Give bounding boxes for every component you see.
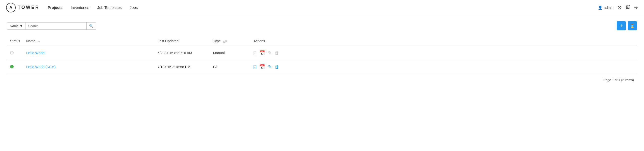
row2-download-icon[interactable]: ⍗ <box>254 64 256 70</box>
row2-delete-icon[interactable]: 🗑 <box>275 64 279 70</box>
row2-status <box>7 60 23 74</box>
row2-schedule-icon[interactable]: 📅 <box>259 64 265 70</box>
type-sort-icon: △▽ <box>223 40 227 43</box>
col-header-name[interactable]: Name ▲ <box>23 36 155 46</box>
projects-table: Status Name ▲ Last Updated Type △▽ Actio <box>7 36 637 74</box>
nav-user: 👤 admin <box>598 6 613 10</box>
main-content: Name ▼ 🔍 + ⌛ Status Name <box>0 15 644 88</box>
filter-label: Name <box>10 24 19 28</box>
monitor-icon[interactable]: 🖼 <box>626 5 630 10</box>
table-row: Hello World! 6/29/2015 8:21:10 AM Manual… <box>7 46 637 60</box>
pagination-text: Page 1 of 1 (2 items) <box>603 78 634 82</box>
row1-download-icon: ⍗ <box>254 50 256 56</box>
row1-name: Hello World! <box>23 46 155 60</box>
nav-links: Projects Inventories Job Templates Jobs <box>48 5 598 10</box>
user-icon: 👤 <box>598 6 602 10</box>
row2-name-link[interactable]: Hello World (SCM) <box>26 65 56 69</box>
col-header-actions: Actions <box>251 36 637 46</box>
refresh-icon: ⌛ <box>630 24 635 28</box>
row2-name: Hello World (SCM) <box>23 60 155 74</box>
col-header-type[interactable]: Type △▽ <box>210 36 251 46</box>
row1-delete-icon: 🗑 <box>275 50 279 56</box>
brand: A TOWER <box>6 3 40 12</box>
row1-updated: 6/29/2015 8:21:10 AM <box>155 46 210 60</box>
status-dot-empty <box>10 51 14 54</box>
brand-logo: A <box>6 3 16 12</box>
table-container: Status Name ▲ Last Updated Type △▽ Actio <box>7 36 637 74</box>
col-header-updated: Last Updated <box>155 36 210 46</box>
nav-projects[interactable]: Projects <box>48 5 63 10</box>
row2-type: Git <box>210 60 251 74</box>
row1-actions: ⍗ 📅 ✎ 🗑 <box>251 46 637 60</box>
refresh-button[interactable]: ⌛ <box>628 21 637 30</box>
search-filter-button[interactable]: Name ▼ <box>7 23 26 29</box>
brand-name: TOWER <box>18 5 40 10</box>
name-sort-icon: ▲ <box>38 40 40 43</box>
row1-type: Manual <box>210 46 251 60</box>
row1-schedule-icon: 📅 <box>259 50 265 56</box>
toolbar: Name ▼ 🔍 + ⌛ <box>7 21 637 30</box>
row1-status <box>7 46 23 60</box>
brand-letter: A <box>9 5 12 10</box>
nav-jobs[interactable]: Jobs <box>130 5 138 10</box>
col-header-status: Status <box>7 36 23 46</box>
chevron-down-icon: ▼ <box>20 24 23 28</box>
username: admin <box>604 6 613 10</box>
nav-job-templates[interactable]: Job Templates <box>97 5 121 10</box>
row1-name-link[interactable]: Hello World! <box>26 51 45 55</box>
nav-inventories[interactable]: Inventories <box>71 5 89 10</box>
nav-right: 👤 admin ⚒ 🖼 ➔ <box>598 5 638 10</box>
search-icon: 🔍 <box>89 24 93 28</box>
pagination: Page 1 of 1 (2 items) <box>7 74 637 82</box>
logout-icon[interactable]: ➔ <box>634 5 638 10</box>
table-header-row: Status Name ▲ Last Updated Type △▽ Actio <box>7 36 637 46</box>
row2-edit-icon[interactable]: ✎ <box>268 64 272 70</box>
row1-edit-icon: ✎ <box>268 50 272 56</box>
add-button[interactable]: + <box>617 21 626 30</box>
row2-updated: 7/1/2015 2:18:58 PM <box>155 60 210 74</box>
row1-actions-group: ⍗ 📅 ✎ 🗑 <box>254 50 634 56</box>
row2-actions-group: ⍗ 📅 ✎ 🗑 <box>254 64 634 70</box>
toolbar-right: + ⌛ <box>617 21 637 30</box>
search-input[interactable] <box>26 23 86 29</box>
row2-actions: ⍗ 📅 ✎ 🗑 <box>251 60 637 74</box>
wrench-icon[interactable]: ⚒ <box>617 5 622 10</box>
status-dot-green <box>10 65 14 68</box>
table-row: Hello World (SCM) 7/1/2015 2:18:58 PM Gi… <box>7 60 637 74</box>
search-group: Name ▼ 🔍 <box>7 22 96 30</box>
navbar: A TOWER Projects Inventories Job Templat… <box>0 0 644 15</box>
search-button[interactable]: 🔍 <box>86 23 96 29</box>
